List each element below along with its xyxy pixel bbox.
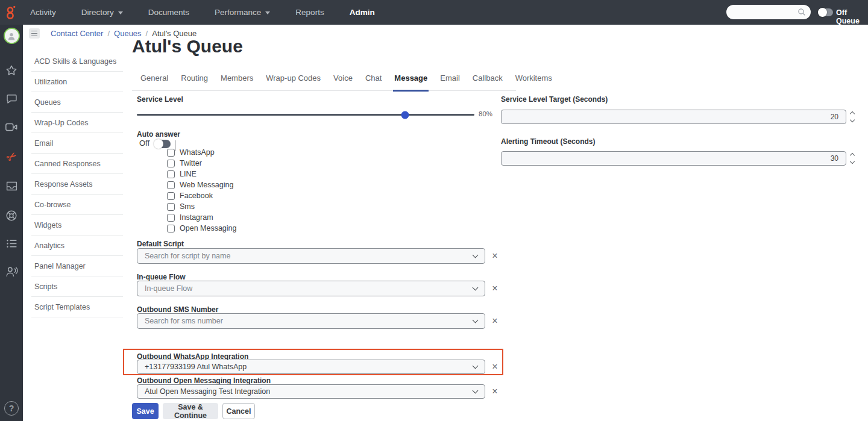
sidebar-item-scripts[interactable]: Scripts [23,276,123,297]
sidebar-item-analytics[interactable]: Analytics [23,235,123,256]
app-logo[interactable] [0,4,23,20]
menu-hamburger-button[interactable] [29,28,40,39]
nav-item-performance[interactable]: Performance [215,8,283,17]
sms-checkbox[interactable] [167,203,175,211]
twitter-checkbox[interactable] [167,160,175,167]
sidebar-item-label: Script Templates [31,297,123,317]
rail-item-list[interactable] [0,238,23,249]
inbox-tray-icon [5,180,18,192]
tab-callback[interactable]: Callback [471,67,504,92]
sidebar-item-widgets[interactable]: Widgets [23,215,123,235]
user-avatar[interactable] [0,28,23,44]
list-icon [5,238,18,249]
nav-item-directory[interactable]: Directory [81,8,136,17]
sidebar-item-wrap-up-codes[interactable]: Wrap-Up Codes [23,113,123,133]
select-value: +13177933199 Atul WhatsApp [145,363,473,371]
sidebar-item-response-assets[interactable]: Response Assets [23,174,123,195]
nav-item-documents[interactable]: Documents [148,8,202,17]
tab-general[interactable]: General [139,67,169,92]
rail-item-inbox[interactable] [0,180,23,192]
default-script-clear-button[interactable]: × [489,251,501,261]
off-queue-toggle[interactable] [818,8,833,16]
nav-label: Reports [295,8,324,17]
outbound-open-messaging-select[interactable]: Atul Open Messaging Test Integration [137,384,485,399]
alerting-timeout-stepper[interactable] [849,154,856,163]
help-button[interactable]: ? [4,401,19,416]
cancel-button[interactable]: Cancel [222,403,255,419]
auto-answer-toggle[interactable] [154,140,171,148]
outbound-whatsapp-clear-button[interactable]: × [489,361,501,372]
nav-item-admin[interactable]: Admin [350,8,388,17]
checkbox-label: WhatsApp [180,148,215,157]
breadcrumb-contact-center[interactable]: Contact Center [51,29,103,38]
tab-chat[interactable]: Chat [364,67,383,92]
close-icon: × [492,283,497,293]
web-messaging-checkbox[interactable] [167,181,175,189]
person-icon [7,31,16,41]
nav-label: Directory [81,8,114,17]
sidebar-item-label: Analytics [31,235,123,256]
queue-tabs: General Routing Members Wrap-up Codes Vo… [132,67,516,91]
sidebar-item-script-templates[interactable]: Script Templates [23,297,123,317]
checkbox-label: Twitter [180,159,202,167]
save-button[interactable]: Save [132,403,159,419]
rail-item-video[interactable] [0,121,23,133]
service-level-target-stepper[interactable] [849,112,856,122]
tab-email[interactable]: Email [439,67,461,92]
rail-item-chat[interactable] [0,92,23,105]
default-script-select[interactable]: Search for script by name [137,248,485,264]
tab-members[interactable]: Members [219,67,254,92]
save-and-continue-button[interactable]: Save & Continue [163,403,218,419]
instagram-checkbox[interactable] [167,214,175,222]
rail-item-supervisor[interactable] [0,265,23,278]
slider-thumb[interactable] [401,111,409,119]
sidebar-item-canned-responses[interactable]: Canned Responses [23,154,123,174]
whatsapp-checkbox[interactable] [167,149,175,157]
question-mark-icon: ? [9,404,14,413]
line-checkbox[interactable] [167,170,175,178]
select-placeholder: Search for sms number [145,317,473,325]
sidebar-item-queues[interactable]: Queues [23,92,123,113]
sidebar-item-acd-skills[interactable]: ACD Skills & Languages [23,51,123,72]
channel-row-facebook: Facebook [167,191,213,201]
sidebar-item-co-browse[interactable]: Co-browse [23,195,123,215]
open-messaging-checkbox[interactable] [167,225,175,232]
service-level-slider[interactable] [137,114,474,116]
facebook-checkbox[interactable] [167,192,175,200]
nav-item-activity[interactable]: Activity [30,8,69,17]
nav-item-reports[interactable]: Reports [295,8,336,17]
checkbox-label: LINE [180,170,197,178]
outbound-open-messaging-clear-button[interactable]: × [489,386,501,397]
outbound-sms-select[interactable]: Search for sms number [137,313,485,329]
off-queue-toggle-label: Off Queue [836,8,868,25]
tab-workitems[interactable]: Workitems [514,67,553,92]
channel-row-instagram: Instagram [167,213,213,222]
sidebar-item-panel-manager[interactable]: Panel Manager [23,256,123,276]
auto-answer-label: Auto answer [137,130,180,139]
in-queue-flow-select[interactable]: In-queue Flow [137,281,485,296]
rail-item-favorites[interactable] [0,64,23,77]
top-bar: Activity Directory Documents Performance… [0,0,868,25]
sidebar-item-label: Queues [31,92,123,113]
rail-item-support[interactable] [0,209,23,222]
page-title: Atul's Queue [132,36,243,57]
sidebar-item-label: ACD Skills & Languages [31,51,123,72]
alerting-timeout-input[interactable]: 30 [501,151,846,166]
admin-sidebar: ACD Skills & Languages Utilization Queue… [23,51,123,317]
tab-routing[interactable]: Routing [180,67,209,92]
rail-item-cobrowse[interactable]: ✂ [0,144,25,169]
global-search-input[interactable] [734,8,797,16]
sidebar-item-utilization[interactable]: Utilization [23,72,123,92]
nav-label: Activity [30,8,56,17]
sidebar-item-email[interactable]: Email [23,133,123,154]
tab-message[interactable]: Message [393,67,429,92]
service-level-target-input[interactable]: 20 [501,110,846,124]
sidebar-item-label: Wrap-Up Codes [31,113,123,133]
nav-label: Performance [215,8,261,17]
outbound-whatsapp-select[interactable]: +13177933199 Atul WhatsApp [137,360,485,374]
in-queue-flow-clear-button[interactable]: × [489,283,501,294]
tab-wrap-up-codes[interactable]: Wrap-up Codes [265,67,322,92]
star-icon [5,64,18,77]
tab-voice[interactable]: Voice [332,67,354,92]
outbound-sms-clear-button[interactable]: × [489,316,501,326]
